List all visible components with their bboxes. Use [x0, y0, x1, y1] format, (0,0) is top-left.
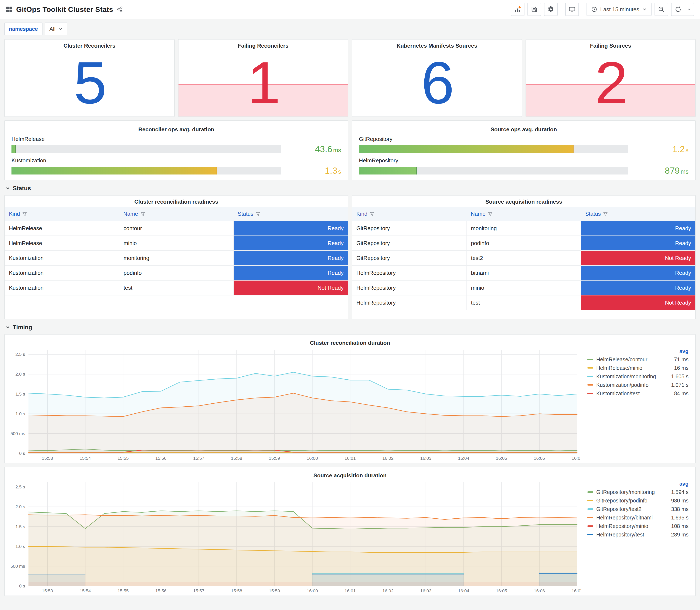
stat-panel-cluster-reconcilers: Cluster Reconcilers5: [4, 39, 175, 117]
legend-item[interactable]: HelmRelease/contour71 ms: [587, 355, 688, 364]
svg-text:2.5 s: 2.5 s: [15, 352, 25, 357]
variable-label-namespace[interactable]: namespace: [4, 22, 43, 35]
legend-item[interactable]: GitRepository/monitoring1.594 s: [587, 488, 688, 496]
gauge-label: GitRepository: [359, 136, 688, 142]
zoom-out-button[interactable]: [654, 3, 668, 16]
stat-panel-failing-sources: Failing Sources2: [525, 39, 696, 117]
panel-title: Cluster Reconcilers: [5, 39, 174, 49]
gauge-bar-row: 1.3s: [12, 165, 341, 176]
chart-panel-source-acquisition-duration: Source acquisition duration0 s500 ms1.0 …: [4, 467, 696, 596]
series-color-swatch: [587, 376, 593, 377]
legend-item[interactable]: HelmRepository/bitnami1.695 s: [587, 513, 688, 522]
gauge-value: 879ms: [634, 165, 688, 176]
gauge-unit: s: [686, 147, 688, 154]
svg-text:15:57: 15:57: [193, 456, 205, 461]
time-range-picker[interactable]: Last 15 minutes: [587, 3, 652, 16]
legend-item[interactable]: GitRepository/podinfo980 ms: [587, 496, 688, 505]
column-header-label: Status: [585, 211, 601, 217]
gauge-fill: [359, 145, 573, 153]
legend-series-name: HelmRelease/minio: [596, 365, 642, 371]
column-header-status[interactable]: Status: [233, 207, 348, 221]
dashboard-settings-button[interactable]: [544, 3, 558, 16]
filter-funnel-icon[interactable]: [488, 211, 493, 216]
save-dashboard-button[interactable]: [527, 3, 541, 16]
svg-text:15:53: 15:53: [42, 456, 53, 461]
dashboard-header: GitOps Toolkit Cluster Stats: [0, 0, 700, 19]
legend-series-name: HelmRepository/minio: [596, 523, 648, 529]
gauge-value: 1.3s: [287, 165, 341, 176]
filter-funnel-icon[interactable]: [603, 211, 608, 216]
svg-text:0 s: 0 s: [19, 583, 25, 588]
status-badge: Ready: [581, 280, 695, 295]
cell-status: Ready: [581, 266, 695, 280]
variable-namespace-dropdown[interactable]: All: [45, 22, 67, 35]
filter-funnel-icon[interactable]: [256, 211, 261, 216]
legend-item[interactable]: Kustomization/test84 ms: [587, 389, 688, 398]
svg-text:16:00: 16:00: [307, 456, 318, 461]
tv-mode-button[interactable]: [565, 3, 579, 16]
time-series-plot[interactable]: 0 s500 ms1.0 s1.5 s2.0 s2.5 s15:5315:541…: [8, 346, 581, 462]
legend-item[interactable]: HelmRepository/test289 ms: [587, 530, 688, 539]
row-toggle-timing[interactable]: Timing: [5, 324, 695, 331]
svg-text:16:07: 16:07: [572, 588, 581, 593]
column-header-name[interactable]: Name: [467, 207, 581, 221]
add-panel-button[interactable]: [511, 3, 524, 16]
filter-funnel-icon[interactable]: [370, 211, 375, 216]
chevron-down-icon: [5, 325, 10, 330]
legend-avg-value: 1.695 s: [671, 515, 688, 521]
share-icon[interactable]: [117, 6, 123, 12]
legend-series-name: Kustomization/monitoring: [596, 373, 656, 380]
panel-title: Source acquisition duration: [8, 469, 692, 479]
cell-status: Ready: [233, 236, 348, 251]
column-header-kind[interactable]: Kind: [352, 207, 467, 221]
dashboards-grid-icon[interactable]: [6, 6, 12, 13]
svg-text:16:01: 16:01: [344, 588, 356, 593]
table-row: KustomizationpodinfoReady: [5, 266, 348, 280]
time-series-plot[interactable]: 0 s500 ms1.0 s1.5 s2.0 s2.5 s15:5315:541…: [8, 479, 581, 594]
refresh-interval-dropdown[interactable]: [685, 3, 694, 16]
cell-name: test2: [467, 251, 581, 266]
variable-namespace-value: All: [49, 26, 55, 32]
status-badge: Ready: [234, 266, 348, 280]
column-header-label: Name: [471, 211, 485, 217]
cell-status: Not Ready: [581, 295, 695, 310]
row-toggle-status[interactable]: Status: [5, 185, 695, 192]
series-color-swatch: [587, 359, 593, 360]
cell-kind: GitRepository: [352, 251, 467, 266]
chart-panels-column: Cluster reconciliation duration0 s500 ms…: [4, 334, 696, 596]
cell-kind: HelmRepository: [352, 280, 467, 295]
panel-title: Cluster reconciliation readiness: [5, 195, 348, 205]
gauge-value: 1.2s: [634, 144, 688, 154]
dashboard-title: GitOps Toolkit Cluster Stats: [16, 5, 113, 14]
gauge-fill: [359, 167, 417, 175]
svg-text:1.5 s: 1.5 s: [15, 524, 25, 529]
table-row: HelmRepositoryminioReady: [352, 280, 695, 295]
column-header-status[interactable]: Status: [581, 207, 695, 221]
svg-text:15:59: 15:59: [269, 456, 280, 461]
svg-text:16:00: 16:00: [307, 588, 318, 593]
legend-item[interactable]: Kustomization/podinfo1.071 s: [587, 381, 688, 389]
column-header-name[interactable]: Name: [119, 207, 233, 221]
cell-status: Ready: [233, 251, 348, 266]
legend-item[interactable]: HelmRelease/minio16 ms: [587, 364, 688, 372]
legend-avg-value: 1.071 s: [671, 382, 688, 388]
svg-text:16:06: 16:06: [534, 456, 545, 461]
refresh-button[interactable]: [671, 3, 685, 16]
table-panel-source-acquisition-readiness: Source acquisition readinessKindNameStat…: [352, 195, 696, 319]
legend-item[interactable]: Kustomization/monitoring1.605 s: [587, 372, 688, 381]
legend-item[interactable]: GitRepository/test2338 ms: [587, 505, 688, 513]
series-color-swatch: [587, 500, 593, 501]
legend-avg-header: avg: [587, 347, 688, 355]
cell-status: Ready: [581, 280, 695, 295]
gauge-fill: [12, 167, 217, 175]
filter-funnel-icon[interactable]: [22, 211, 27, 216]
series-color-swatch: [587, 367, 593, 369]
status-badge: Not Ready: [581, 251, 695, 265]
cell-name: podinfo: [467, 236, 581, 251]
status-badge: Ready: [581, 236, 695, 251]
column-header-kind[interactable]: Kind: [5, 207, 119, 221]
cell-status: Ready: [233, 266, 348, 280]
filter-funnel-icon[interactable]: [140, 211, 145, 216]
legend-item[interactable]: HelmRepository/minio108 ms: [587, 522, 688, 530]
cell-kind: Kustomization: [5, 266, 119, 280]
